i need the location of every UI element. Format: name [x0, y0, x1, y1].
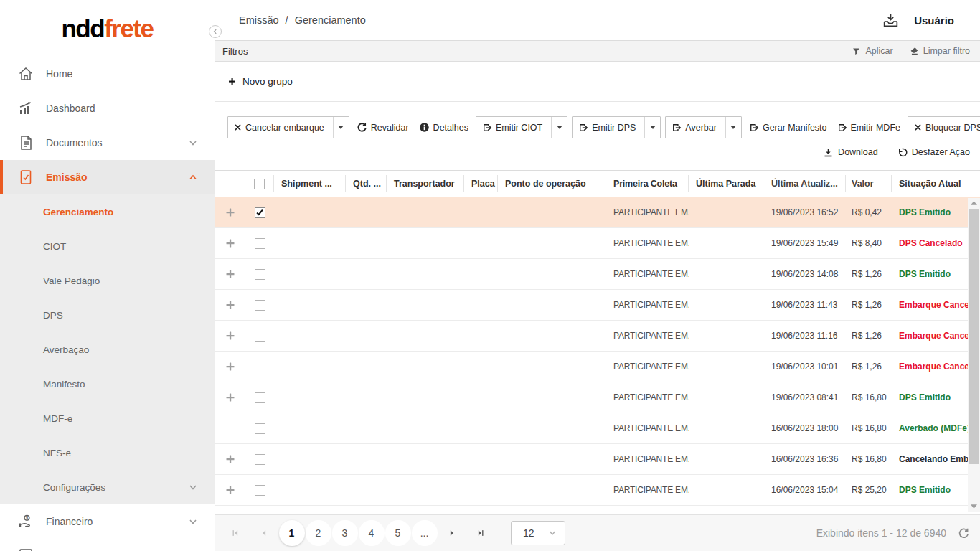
column-header-ponto-de-operacao[interactable]: Ponto de operação [498, 175, 606, 192]
row-checkbox[interactable] [255, 331, 265, 342]
row-checkbox[interactable] [255, 392, 265, 403]
table-row[interactable]: PARTICIPANTE EM... 19/06/2023 16:52 R$ 0… [215, 197, 980, 228]
row-checkbox[interactable] [255, 269, 265, 280]
row-expand-button[interactable] [225, 331, 235, 341]
table-row[interactable]: PARTICIPANTE EM... 19/06/2023 08:41 R$ 1… [215, 382, 980, 413]
select-all-checkbox[interactable] [245, 175, 274, 192]
page-button-more[interactable]: ... [412, 520, 438, 546]
row-checkbox[interactable] [255, 207, 265, 218]
submenu-item-dps[interactable]: DPS [0, 298, 215, 332]
sidebar-collapse-button[interactable] [209, 25, 222, 38]
dropdown-caret[interactable] [551, 117, 567, 138]
row-expand-button[interactable] [225, 269, 235, 279]
column-header-ultima-atualizacao[interactable]: Última Atualiz... [765, 175, 846, 192]
averbar-button[interactable]: Averbar [665, 116, 742, 138]
page-size-select[interactable]: 12 [511, 521, 565, 545]
breadcrumb-parent[interactable]: Emissão [239, 14, 279, 26]
dropdown-caret[interactable] [333, 117, 349, 138]
row-expand-button[interactable] [225, 300, 235, 310]
page-button-1[interactable]: 1 [279, 520, 305, 546]
x-icon [914, 123, 922, 131]
submenu-item-vale-pedagio[interactable]: Vale Pedágio [0, 263, 215, 298]
revalidar-button[interactable]: Revalidar [354, 116, 412, 138]
submenu-item-manifesto[interactable]: Manifesto [0, 367, 215, 401]
submenu-item-nfs-e[interactable]: NFS-e [0, 435, 215, 470]
row-expand-button[interactable] [225, 392, 235, 402]
next-page-button[interactable] [438, 520, 466, 546]
apply-filter-button[interactable]: Aplicar [852, 46, 892, 56]
inbox-tray-icon[interactable] [881, 11, 900, 29]
table-row[interactable]: PARTICIPANTE EM... 19/06/2023 15:49 R$ 8… [215, 228, 980, 259]
desfazer-acao-button[interactable]: Desfazer Ação [897, 147, 970, 158]
submenu-item-ciot[interactable]: CIOT [0, 229, 215, 263]
row-expand-button[interactable] [225, 362, 235, 372]
gerar-manifesto-button[interactable]: Gerar Manifesto [746, 116, 830, 138]
emitir-mdfe-button[interactable]: Emitir MDFe [834, 116, 903, 138]
column-header-qtd[interactable]: Qtd. ... [346, 175, 387, 192]
submenu-item-gerenciamento[interactable]: Gerenciamento [0, 194, 215, 229]
row-checkbox[interactable] [255, 362, 265, 372]
page-button-4[interactable]: 4 [359, 520, 385, 546]
column-header-primeira-coleta[interactable]: Primeira Coleta [606, 175, 689, 192]
row-checkbox[interactable] [255, 423, 265, 434]
button-label: Download [838, 147, 878, 157]
page-button-5[interactable]: 5 [385, 520, 411, 546]
cell-primeira-coleta: PARTICIPANTE EM... [606, 331, 689, 341]
row-checkbox[interactable] [255, 454, 265, 465]
sidebar-item-emissao[interactable]: Emissão [0, 160, 215, 194]
row-checkbox[interactable] [255, 300, 265, 311]
submenu-item-averbacao[interactable]: Averbação [0, 332, 215, 367]
first-page-button[interactable] [221, 520, 250, 546]
scroll-down-icon[interactable] [968, 501, 980, 512]
sidebar-item-documentos[interactable]: Documentos [0, 126, 215, 160]
scrollbar-thumb[interactable] [969, 209, 979, 464]
refresh-icon[interactable] [958, 527, 970, 540]
column-header-situacao-atual[interactable]: Situação Atual [892, 175, 980, 192]
cell-valor: R$ 16,80 [846, 423, 892, 433]
page-button-3[interactable]: 3 [332, 520, 358, 546]
cancelar-embarque-button[interactable]: Cancelar embarque [227, 116, 349, 138]
row-expand-button[interactable] [225, 454, 235, 464]
last-page-button[interactable] [466, 520, 495, 546]
sidebar-item-dashboard[interactable]: Dashboard [0, 91, 215, 126]
clear-filter-button[interactable]: Limpar filtro [909, 46, 970, 56]
column-header-shipment[interactable]: Shipment ... [274, 175, 346, 192]
scroll-up-icon[interactable] [968, 198, 980, 208]
dropdown-caret[interactable] [725, 117, 741, 138]
submenu-item-configuracoes[interactable]: Configurações [0, 470, 215, 504]
sidebar-item-financeiro[interactable]: $ Financeiro [0, 504, 215, 539]
finance-hand-coin-icon: $ [17, 513, 34, 530]
row-expand-button[interactable] [225, 207, 235, 217]
row-checkbox[interactable] [255, 485, 265, 496]
emitir-ciot-button[interactable]: Emitir CIOT [476, 116, 567, 138]
bloquear-dpss-button[interactable]: Bloquear DPSs [908, 116, 980, 138]
table-row[interactable]: PARTICIPANTE EM... 16/06/2023 15:04 R$ 2… [215, 475, 980, 506]
table-scrollbar[interactable] [968, 198, 980, 512]
page-button-2[interactable]: 2 [306, 520, 331, 546]
detalhes-button[interactable]: Detalhes [416, 116, 471, 138]
table-row[interactable]: PARTICIPANTE EM... 19/06/2023 10:01 R$ 1… [215, 352, 980, 382]
table-row[interactable]: PARTICIPANTE EM... 16/06/2023 18:00 R$ 1… [215, 413, 980, 444]
column-header-valor[interactable]: Valor [846, 175, 892, 192]
sidebar-item-home[interactable]: Home [0, 57, 215, 91]
prev-page-button[interactable] [250, 520, 278, 546]
sidebar-item-label: Documentos [46, 137, 103, 149]
column-header-ultima-parada[interactable]: Última Parada [689, 175, 765, 192]
row-checkbox[interactable] [255, 238, 265, 249]
table-row[interactable]: PARTICIPANTE EM... 19/06/2023 14:08 R$ 1… [215, 259, 980, 290]
column-header-transportador[interactable]: Transportador [387, 175, 464, 192]
table-row[interactable]: PARTICIPANTE EM... 16/06/2023 16:36 R$ 1… [215, 444, 980, 475]
sidebar-item-partial[interactable] [0, 539, 215, 551]
button-label: Emitir DPS [592, 123, 636, 133]
new-group-button[interactable]: Novo grupo [227, 76, 293, 87]
row-expand-button[interactable] [225, 485, 235, 495]
emitir-dps-button[interactable]: Emitir DPS [572, 116, 661, 138]
submenu-item-mdf-e[interactable]: MDF-e [0, 401, 215, 435]
dropdown-caret[interactable] [644, 117, 660, 138]
table-row[interactable]: PARTICIPANTE EM... 19/06/2023 11:43 R$ 1… [215, 290, 980, 321]
column-header-placa[interactable]: Placa [464, 175, 498, 192]
user-menu[interactable]: Usuário [914, 14, 954, 27]
row-expand-button[interactable] [225, 238, 235, 248]
table-row[interactable]: PARTICIPANTE EM... 19/06/2023 11:16 R$ 1… [215, 321, 980, 352]
download-button[interactable]: Download [823, 147, 878, 158]
